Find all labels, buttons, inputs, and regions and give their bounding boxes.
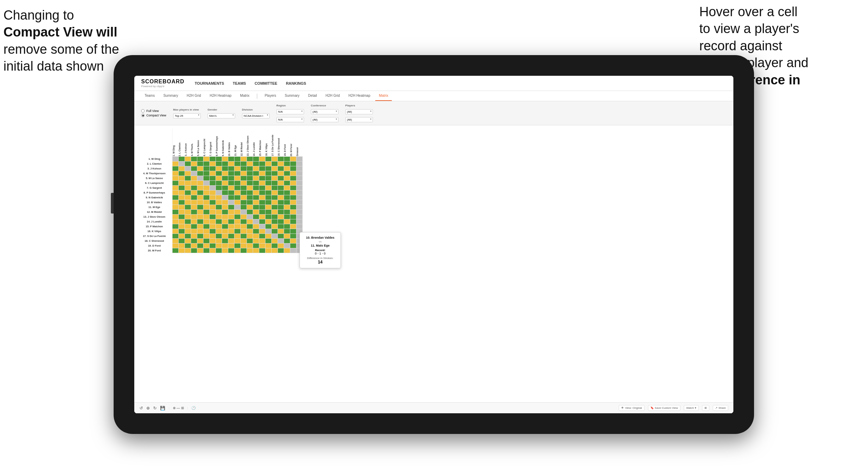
- matrix-cell[interactable]: [240, 234, 247, 238]
- matrix-cell[interactable]: [253, 195, 259, 200]
- matrix-cell[interactable]: [259, 248, 265, 253]
- matrix-cell[interactable]: [216, 209, 222, 214]
- matrix-cell[interactable]: [253, 166, 259, 171]
- matrix-cell[interactable]: [222, 190, 228, 195]
- matrix-cell[interactable]: [203, 185, 209, 190]
- matrix-cell[interactable]: [278, 234, 284, 238]
- matrix-cell[interactable]: [253, 248, 259, 253]
- compact-view-radio[interactable]: [141, 114, 145, 117]
- matrix-cell[interactable]: [290, 238, 296, 243]
- matrix-cell[interactable]: [197, 248, 203, 253]
- matrix-cell[interactable]: [290, 205, 296, 209]
- matrix-cell[interactable]: [253, 238, 259, 243]
- matrix-cell[interactable]: [253, 176, 259, 180]
- players-filter-select-wrapper-2[interactable]: (All): [345, 116, 373, 122]
- matrix-cell[interactable]: [203, 214, 209, 219]
- matrix-cell[interactable]: [247, 171, 253, 176]
- division-select-wrapper[interactable]: NCAA Division I: [242, 112, 270, 118]
- matrix-cell[interactable]: [271, 229, 278, 234]
- matrix-cell[interactable]: [216, 219, 222, 224]
- matrix-cell[interactable]: [234, 209, 240, 214]
- matrix-cell[interactable]: [197, 238, 203, 243]
- matrix-cell[interactable]: [284, 214, 290, 219]
- matrix-cell[interactable]: [178, 171, 185, 176]
- matrix-cell[interactable]: [253, 200, 259, 205]
- matrix-cell[interactable]: [265, 156, 271, 161]
- matrix-cell[interactable]: [265, 161, 271, 166]
- matrix-cell[interactable]: [172, 156, 178, 161]
- matrix-cell[interactable]: [203, 156, 209, 161]
- matrix-cell[interactable]: [253, 219, 259, 224]
- matrix-cell[interactable]: [240, 229, 247, 234]
- matrix-cell[interactable]: [228, 234, 234, 238]
- matrix-cell[interactable]: [265, 190, 271, 195]
- matrix-cell[interactable]: [209, 234, 216, 238]
- matrix-cell[interactable]: [216, 161, 222, 166]
- matrix-cell[interactable]: [228, 156, 234, 161]
- matrix-cell[interactable]: [209, 195, 216, 200]
- matrix-cell[interactable]: [284, 190, 290, 195]
- matrix-cell[interactable]: [203, 238, 209, 243]
- matrix-cell[interactable]: [191, 185, 197, 190]
- matrix-cell[interactable]: [172, 171, 178, 176]
- matrix-cell[interactable]: [209, 219, 216, 224]
- matrix-cell[interactable]: [278, 243, 284, 248]
- nav-tournaments[interactable]: TOURNAMENTS: [195, 81, 224, 86]
- matrix-cell[interactable]: [203, 205, 209, 209]
- matrix-cell[interactable]: [296, 200, 302, 205]
- matrix-cell[interactable]: [191, 243, 197, 248]
- matrix-cell[interactable]: [216, 243, 222, 248]
- matrix-cell[interactable]: [178, 238, 185, 243]
- matrix-cell[interactable]: [265, 166, 271, 171]
- matrix-cell[interactable]: [265, 248, 271, 253]
- matrix-cell[interactable]: [178, 176, 185, 180]
- matrix-cell[interactable]: [178, 219, 185, 224]
- matrix-cell[interactable]: [197, 214, 203, 219]
- matrix-cell[interactable]: [209, 238, 216, 243]
- matrix-cell[interactable]: [228, 166, 234, 171]
- matrix-cell[interactable]: [253, 243, 259, 248]
- matrix-cell[interactable]: [191, 238, 197, 243]
- matrix-cell[interactable]: [191, 229, 197, 234]
- matrix-cell[interactable]: [278, 195, 284, 200]
- matrix-cell[interactable]: [234, 180, 240, 185]
- matrix-cell[interactable]: [278, 171, 284, 176]
- matrix-cell[interactable]: [178, 224, 185, 229]
- matrix-cell[interactable]: [234, 171, 240, 176]
- division-select[interactable]: NCAA Division I: [242, 113, 270, 118]
- matrix-cell[interactable]: [290, 190, 296, 195]
- matrix-cell[interactable]: [259, 161, 265, 166]
- matrix-cell[interactable]: [191, 166, 197, 171]
- matrix-cell[interactable]: [284, 171, 290, 176]
- matrix-cell[interactable]: [203, 224, 209, 229]
- matrix-cell[interactable]: [228, 176, 234, 180]
- matrix-cell[interactable]: [271, 243, 278, 248]
- matrix-cell[interactable]: [278, 248, 284, 253]
- matrix-cell[interactable]: [178, 161, 185, 166]
- matrix-cell[interactable]: [191, 200, 197, 205]
- matrix-cell[interactable]: [247, 248, 253, 253]
- matrix-cell[interactable]: [240, 166, 247, 171]
- matrix-cell[interactable]: [228, 195, 234, 200]
- matrix-cell[interactable]: [222, 180, 228, 185]
- matrix-cell[interactable]: [216, 190, 222, 195]
- matrix-cell[interactable]: [234, 176, 240, 180]
- matrix-cell[interactable]: [247, 185, 253, 190]
- matrix-cell[interactable]: [284, 195, 290, 200]
- matrix-cell[interactable]: [185, 214, 191, 219]
- matrix-cell[interactable]: [197, 180, 203, 185]
- matrix-cell[interactable]: [172, 176, 178, 180]
- matrix-cell[interactable]: [197, 190, 203, 195]
- matrix-cell[interactable]: [278, 205, 284, 209]
- matrix-cell[interactable]: [216, 214, 222, 219]
- matrix-cell[interactable]: [172, 234, 178, 238]
- conference-select-wrapper-1[interactable]: (All): [311, 108, 338, 114]
- matrix-cell[interactable]: [209, 171, 216, 176]
- matrix-cell[interactable]: [284, 224, 290, 229]
- matrix-cell[interactable]: [271, 185, 278, 190]
- nav-committee[interactable]: COMMITTEE: [254, 81, 277, 86]
- matrix-cell[interactable]: [284, 166, 290, 171]
- matrix-cell[interactable]: [222, 185, 228, 190]
- matrix-cell[interactable]: [259, 205, 265, 209]
- matrix-cell[interactable]: [265, 219, 271, 224]
